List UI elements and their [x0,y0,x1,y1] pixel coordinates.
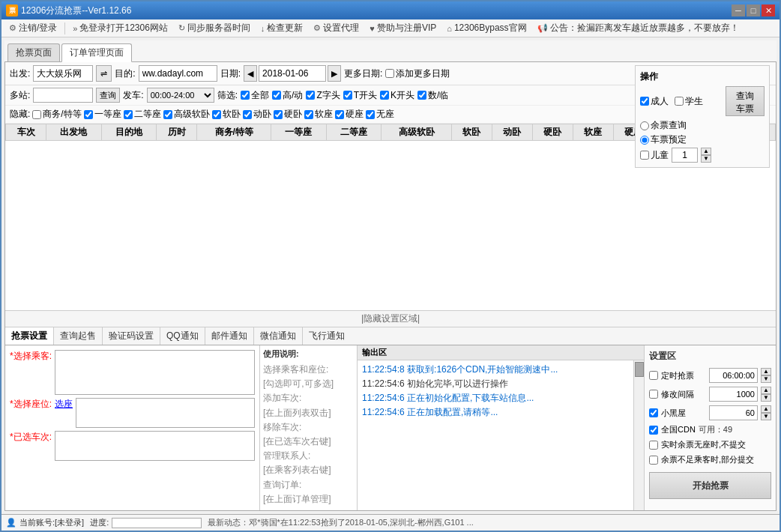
filter-t[interactable]: T开头 [343,89,377,102]
timed-grab-down[interactable]: ▼ [761,375,771,383]
child-count-down[interactable]: ▼ [701,155,711,163]
tab-orders[interactable]: 订单管理页面 [61,43,132,62]
ticket-book-label: 车票预定 [651,133,687,146]
realtime-checkbox[interactable] [649,441,658,450]
col-hardsleeper: 硬卧 [532,124,573,141]
usage-guide: 使用说明: 选择乘客和座位: [勾选即可,可多选] 添加车次: [在上面列表双击… [260,345,358,510]
account-section: 👤 当前账号:[未登录] [6,517,84,528]
child-count-input[interactable] [672,148,698,163]
menu-check-update[interactable]: ↓ 检查更新 [256,20,308,36]
timed-grab-row: 定时抢票 ▲ ▼ [649,368,771,383]
tab-qq-notify[interactable]: QQ通知 [160,327,205,345]
adult-checkbox[interactable]: 成人 [640,95,669,108]
seat-shangwudeng[interactable]: 商务/特等 [32,108,81,121]
multistation-input[interactable] [33,88,93,103]
edit-interval-input[interactable] [709,387,758,402]
menu-vip[interactable]: ♥ 赞助与注册VIP [365,20,441,36]
blackhouse-input[interactable] [709,405,758,420]
col-2nd: 二等座 [326,124,382,141]
from-input[interactable] [33,65,93,82]
passenger-list[interactable] [55,350,255,395]
seat-dongwo[interactable]: 动卧 [243,108,271,121]
date-nav: ◀ ▶ [244,65,341,82]
seat-yideng[interactable]: 一等座 [84,108,121,121]
close-button[interactable]: ✕ [762,4,775,16]
seat-wuzuo[interactable]: 无座 [366,108,394,121]
home-icon: ⌂ [447,24,452,33]
filter-other[interactable]: 数/临 [417,89,448,102]
adult-label: 成人 [651,95,669,108]
edit-interval-up[interactable]: ▲ [761,387,771,394]
add-more-dates-checkbox[interactable]: 添加更多日期 [385,67,450,80]
tab-query-presale[interactable]: 查询起售 [54,327,103,345]
bottom-section: 抢票设置 查询起售 验证码设置 QQ通知 邮件通知 微信通知 飞行通知 *选择乘… [5,327,776,510]
heart-icon: ♥ [370,24,375,33]
seat-select-link[interactable]: 选座 [55,398,73,411]
seat-ruanzuo[interactable]: 软座 [304,108,333,121]
timed-grab-up[interactable]: ▲ [761,368,771,375]
tab-captcha[interactable]: 验证码设置 [103,327,160,345]
tab-wechat-notify[interactable]: 微信通知 [254,327,303,345]
seat-yingzuo[interactable]: 硬座 [335,108,364,121]
prev-date-button[interactable]: ◀ [244,65,257,82]
seat-row: *选择座位: 选座 [10,398,255,428]
tab-grab[interactable]: 抢票页面 [7,43,60,61]
tab-grab-settings[interactable]: 抢票设置 [5,327,54,345]
menu-open12306[interactable]: » 免登录打开12306网站 [68,20,172,36]
menu-sync-time[interactable]: ↻ 同步服务器时间 [174,20,255,36]
tab-email-notify[interactable]: 邮件通知 [205,327,254,345]
filter-z[interactable]: Z字头 [306,89,340,102]
menu-bypass[interactable]: ⌂ 12306Bypass官网 [442,20,531,36]
student-checkbox[interactable]: 学生 [675,95,703,108]
menu-open-label: 免登录打开12306网站 [79,22,167,34]
bottom-content: *选择乘客: *选择座位: 选座 *已选车次: [5,345,776,510]
depart-time-select[interactable]: 00:00-24:00 [147,88,214,103]
blackhouse-down[interactable]: ▼ [761,413,771,420]
filter-label: 筛选: [217,89,238,102]
query-button[interactable]: 查询 车票 [726,86,765,116]
start-grab-button[interactable]: 开始抢票 [649,472,771,499]
multistation-query-button[interactable]: 查询 [96,88,120,103]
filter-all[interactable]: 全部 [241,89,269,102]
remain-query-radio[interactable]: 余票查询 [640,119,687,132]
blackhouse-checkbox[interactable] [649,408,658,417]
settings-area: 设置区 定时抢票 ▲ ▼ [645,345,776,510]
maximize-button[interactable]: □ [747,4,760,16]
progress-label: 进度: [90,517,109,528]
tab-fly-notify[interactable]: 飞行通知 [303,327,351,345]
child-checkbox[interactable]: 儿童 [640,149,669,162]
menu-bar: ⚙ 注销/登录 » 免登录打开12306网站 ↻ 同步服务器时间 ↓ 检查更新 … [1,19,780,37]
train-list[interactable] [55,431,255,461]
edit-interval-checkbox[interactable] [649,390,658,399]
filter-k[interactable]: K开头 [380,89,414,102]
menu-login[interactable]: ⚙ 注销/登录 [4,20,61,36]
ticket-book-radio[interactable]: 车票预定 [640,133,687,146]
next-date-button[interactable]: ▶ [328,65,341,82]
blackhouse-up[interactable]: ▲ [761,405,771,413]
search-bar: 出发: ⇌ 目的: 日期: ◀ ▶ 更多日期: 添加更多日期 操作 [5,62,776,85]
seat-erdeng[interactable]: 二等座 [124,108,161,121]
seat-ruanwo[interactable]: 软卧 [212,108,241,121]
menu-proxy[interactable]: ⚙ 设置代理 [309,20,364,36]
minimize-button[interactable]: ─ [732,4,745,16]
seat-yingwo[interactable]: 硬卧 [274,108,302,121]
child-count-up[interactable]: ▲ [701,148,711,155]
timed-grab-checkbox[interactable] [649,371,658,380]
date-input[interactable] [259,65,326,82]
insufficient-checkbox[interactable] [649,456,658,465]
output-scrollbar[interactable] [633,360,644,510]
timed-grab-input[interactable] [709,368,758,383]
edit-interval-down[interactable]: ▼ [761,394,771,402]
seat-gaojiruan[interactable]: 高级软卧 [163,108,210,121]
output-title: 输出区 [358,345,644,360]
cdn-checkbox[interactable] [649,426,658,435]
filter-gaodong[interactable]: 高/动 [272,89,303,102]
swap-button[interactable]: ⇌ [96,65,112,82]
output-line-2: 11:22:54:6 初始化完毕,可以进行操作 [362,378,629,390]
window-title: 12306分流抢票--Ver1.12.66 [21,4,131,17]
realtime-row: 实时余票无座时,不提交 [649,439,771,450]
to-input[interactable] [139,65,217,82]
seat-list[interactable] [76,398,255,428]
timed-grab-label: 定时抢票 [661,370,706,381]
hidden-settings-toggle[interactable]: |隐藏设置区域| [5,310,776,327]
